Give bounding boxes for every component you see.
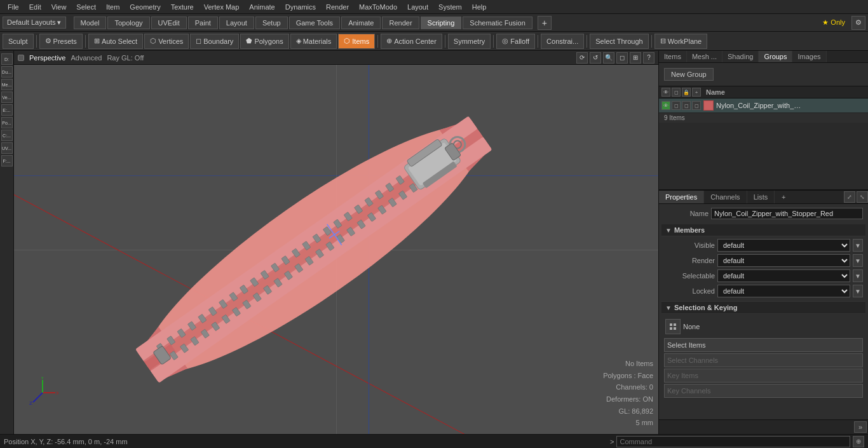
selectable-select[interactable]: default — [717, 269, 850, 282]
locked-dropdown-arrow[interactable]: ▼ — [853, 285, 863, 297]
left-tool-6[interactable]: Po... — [1, 117, 13, 128]
vp-frame[interactable]: ◻ — [616, 52, 628, 64]
viewport-raygl[interactable]: Ray GL: Off — [107, 54, 144, 62]
items-button[interactable]: ⬡ Items — [338, 34, 375, 49]
left-tool-2[interactable]: Du... — [1, 66, 13, 78]
header-icon-lock[interactable]: 🔒 — [682, 88, 691, 97]
boundary-button[interactable]: ◻ Boundary — [190, 34, 239, 49]
left-tool-7[interactable]: C:... — [1, 130, 13, 141]
add-layout-button[interactable]: + — [538, 16, 552, 30]
menu-view[interactable]: View — [46, 2, 72, 12]
props-expand-btn-1[interactable]: ⤢ — [844, 191, 855, 203]
props-plus-button[interactable]: + — [777, 191, 790, 203]
select-channels-button[interactable]: Select Channels — [664, 353, 863, 367]
row-icon-c2[interactable]: ◻ — [682, 101, 691, 110]
menu-vertex-map[interactable]: Vertex Map — [199, 2, 245, 12]
tab-topology[interactable]: Topology — [107, 17, 149, 29]
menu-dynamics[interactable]: Dynamics — [280, 2, 321, 12]
row-icon-eye[interactable]: 👁 — [661, 101, 670, 110]
tab-channels[interactable]: Channels — [704, 191, 747, 203]
render-select[interactable]: default — [717, 254, 850, 267]
vp-undo[interactable]: ↺ — [590, 52, 601, 64]
symmetry-button[interactable]: Symmetry — [448, 34, 491, 49]
layout-dropdown[interactable]: Default Layouts ▾ — [3, 17, 66, 29]
tab-mesh[interactable]: Mesh ... — [687, 51, 722, 62]
viewport[interactable]: Perspective Advanced Ray GL: Off ⟳ ↺ 🔍 ◻… — [14, 51, 658, 434]
action-center-button[interactable]: ⊕ Action Center — [381, 34, 442, 49]
falloff-button[interactable]: ◎ Falloff — [496, 34, 535, 49]
tab-lists[interactable]: Lists — [747, 191, 775, 203]
menu-select[interactable]: Select — [71, 2, 101, 12]
tab-gametools[interactable]: Game Tools — [289, 17, 341, 29]
more-button[interactable]: » — [854, 421, 867, 433]
tab-model[interactable]: Model — [74, 17, 107, 29]
left-tool-8[interactable]: UV... — [1, 142, 13, 154]
props-expand-btn-2[interactable]: ⤡ — [857, 191, 868, 203]
tab-layout[interactable]: Layout — [219, 17, 254, 29]
menu-system[interactable]: System — [433, 2, 467, 12]
left-tool-4[interactable]: Ve... — [1, 92, 13, 103]
sculpt-button[interactable]: Sculpt — [3, 34, 34, 49]
header-icon-plus[interactable]: + — [692, 88, 701, 97]
tab-render[interactable]: Render — [382, 17, 419, 29]
tab-uvedit[interactable]: UVEdit — [151, 17, 187, 29]
vp-rotate[interactable]: ⟳ — [576, 52, 588, 64]
vp-help[interactable]: ? — [643, 52, 654, 64]
sk-section-header[interactable]: ▼ Selection & Keying — [661, 301, 865, 314]
key-items-button[interactable]: Key Items — [664, 369, 863, 383]
command-input[interactable] — [616, 436, 850, 447]
tab-schematic[interactable]: Schematic Fusion — [463, 17, 532, 29]
menu-item[interactable]: Item — [101, 2, 125, 12]
left-tool-9[interactable]: F:... — [1, 155, 13, 166]
row-icon-c1[interactable]: ◻ — [672, 101, 681, 110]
workplane-button[interactable]: ⊟ WorkPlane — [654, 34, 708, 49]
viewport-canvas[interactable]: X Y Z No Items Polygons : Face Channels:… — [14, 65, 658, 434]
menu-edit[interactable]: Edit — [24, 2, 46, 12]
name-input[interactable] — [711, 208, 863, 219]
visible-dropdown-arrow[interactable]: ▼ — [853, 239, 863, 252]
menu-maxtomodo[interactable]: MaxToModo — [354, 2, 402, 12]
tab-items-list[interactable]: Items — [659, 51, 687, 62]
left-tool-5[interactable]: E:... — [1, 104, 13, 116]
header-icon-eye[interactable]: 👁 — [661, 88, 670, 97]
vertices-button[interactable]: ⬡ Vertices — [144, 34, 189, 49]
tab-animate[interactable]: Animate — [341, 17, 381, 29]
key-channels-button[interactable]: Key Channels — [664, 384, 863, 398]
selectable-dropdown-arrow[interactable]: ▼ — [853, 269, 863, 282]
menu-animate[interactable]: Animate — [244, 2, 280, 12]
tab-setup[interactable]: Setup — [255, 17, 288, 29]
tab-properties[interactable]: Properties — [659, 191, 704, 203]
vp-zoom[interactable]: 🔍 — [603, 52, 614, 64]
viewport-advanced[interactable]: Advanced — [71, 54, 102, 62]
select-through-button[interactable]: Select Through — [590, 34, 648, 49]
tab-groups[interactable]: Groups — [759, 51, 792, 62]
gear-button[interactable]: ⚙ — [851, 16, 865, 30]
viewport-indicator[interactable] — [18, 55, 24, 61]
locked-select[interactable]: default — [717, 285, 850, 297]
left-tool-3[interactable]: Me... — [1, 79, 13, 90]
header-icon-render[interactable]: ◻ — [672, 88, 681, 97]
left-tool-1[interactable]: D: — [1, 53, 13, 65]
materials-button[interactable]: ◈ Materials — [290, 34, 337, 49]
menu-layout[interactable]: Layout — [402, 2, 433, 12]
presets-button[interactable]: ⚙ Presets — [39, 34, 83, 49]
vp-grid[interactable]: ⊞ — [630, 52, 641, 64]
tab-images[interactable]: Images — [792, 51, 826, 62]
row-icon-c3[interactable]: ◻ — [692, 101, 701, 110]
constraints-button[interactable]: Constrai... — [541, 34, 584, 49]
viewport-perspective[interactable]: Perspective — [29, 54, 65, 62]
members-section-header[interactable]: ▼ Members — [661, 224, 865, 236]
menu-texture[interactable]: Texture — [166, 2, 199, 12]
tab-paint[interactable]: Paint — [188, 17, 218, 29]
render-dropdown-arrow[interactable]: ▼ — [853, 254, 863, 267]
group-row-item[interactable]: 👁 ◻ ◻ ◻ Nylon_Coil_Zipper_with_Stoppe ..… — [659, 98, 868, 113]
auto-select-button[interactable]: ⊞ Auto Select — [88, 34, 143, 49]
menu-render[interactable]: Render — [321, 2, 354, 12]
select-items-button[interactable]: Select Items — [664, 338, 863, 352]
new-group-button[interactable]: New Group — [664, 68, 714, 81]
polygons-button[interactable]: ⬟ Polygons — [240, 34, 288, 49]
menu-file[interactable]: File — [3, 2, 24, 12]
menu-geometry[interactable]: Geometry — [125, 2, 165, 12]
tab-scripting[interactable]: Scripting — [421, 17, 462, 29]
menu-help[interactable]: Help — [467, 2, 492, 12]
